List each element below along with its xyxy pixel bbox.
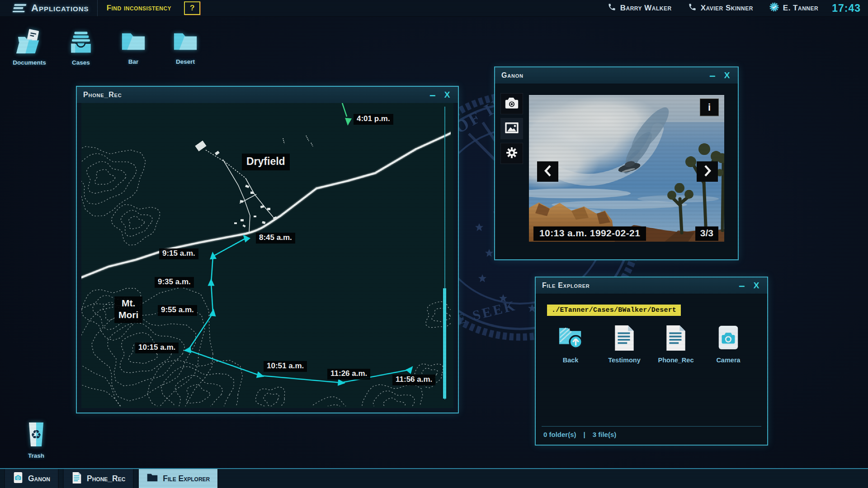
file-item-phone-rec[interactable]: Phone_Rec <box>656 324 695 364</box>
contour-line <box>81 153 137 204</box>
ganon-titlebar[interactable]: Ganon – X <box>495 67 738 84</box>
clock: 17:43 <box>832 2 861 14</box>
contour-line <box>121 210 153 236</box>
taskbar-label: Phone_Rec <box>87 474 125 483</box>
photo-counter: 3/3 <box>695 226 718 241</box>
minimize-button[interactable]: – <box>705 69 720 82</box>
svg-text:♻: ♻ <box>31 427 42 441</box>
desktop-icon-cases[interactable]: Cases <box>60 29 102 66</box>
ganon-window: Ganon – X <box>494 66 739 260</box>
camera-icon <box>504 96 519 112</box>
mountain-label: Mt.Mori <box>114 296 142 323</box>
waypoint-time-label: 11:26 a.m. <box>327 369 370 380</box>
status-bar: 0 folder(s) | 3 file(s) <box>542 426 761 440</box>
contour-line <box>318 405 354 406</box>
desktop-icon-documents[interactable]: Documents <box>9 29 50 66</box>
open-folder-icon <box>15 29 43 57</box>
contour-line <box>383 398 405 406</box>
taskbar-label: File Explorer <box>163 474 210 483</box>
settings-tool-button[interactable] <box>500 143 523 164</box>
folder-icon <box>172 29 198 56</box>
window-title: File Explorer <box>542 282 735 290</box>
phone-rec-titlebar[interactable]: Phone_Rec – X <box>77 87 458 103</box>
minimize-button[interactable]: – <box>735 279 749 292</box>
waypoint-arrow <box>406 364 415 374</box>
taskbar-item-ganon[interactable]: Ganon <box>4 469 59 488</box>
top-menu-bar: Applications Find inconsistency ? Barry … <box>0 0 868 17</box>
menu-icon[interactable] <box>13 4 26 12</box>
file-item-camera[interactable]: Camera <box>709 324 748 364</box>
folder-icon <box>146 472 158 485</box>
applications-menu[interactable]: Applications <box>31 2 89 14</box>
contact-barry-walker[interactable]: Barry Walker <box>608 3 672 14</box>
taskbar-item-phone-rec[interactable]: Phone_Rec <box>63 469 134 488</box>
contact-e-tanner[interactable]: E. Tanner <box>769 2 818 14</box>
next-photo-button[interactable] <box>697 161 718 182</box>
file-label: Back <box>563 357 579 364</box>
camera-tool-button[interactable] <box>500 93 523 114</box>
trash-icon: ♻ <box>26 421 47 450</box>
waypoint-time-label: 4:01 p.m. <box>354 114 393 125</box>
find-inconsistency-button[interactable]: Find inconsistency <box>107 4 171 13</box>
map-scrollbar-thumb[interactable] <box>443 288 446 399</box>
file-explorer-titlebar[interactable]: File Explorer – X <box>536 277 767 294</box>
contour-line <box>186 385 210 403</box>
arrival-track-line <box>342 103 347 117</box>
phone-rec-window: Phone_Rec – X <box>76 86 459 413</box>
info-button[interactable]: i <box>700 99 719 116</box>
chevron-left-icon <box>543 164 553 179</box>
badge-check-icon <box>769 2 779 14</box>
waypoint-time-label: 10:51 a.m. <box>264 361 307 372</box>
contour-line <box>310 397 365 406</box>
minimize-button[interactable]: – <box>425 88 440 102</box>
icon-label: Trash <box>28 452 44 459</box>
waypoint-arrow <box>208 278 215 286</box>
icon-label: Desert <box>176 58 195 65</box>
contour-line <box>264 393 279 406</box>
chevron-right-icon <box>703 164 712 179</box>
document-icon <box>71 472 82 486</box>
file-count: 3 file(s) <box>593 431 617 438</box>
camera-doc-icon <box>13 472 24 486</box>
waypoint-time-label: 11:56 a.m. <box>392 375 435 385</box>
window-title: Phone_Rec <box>83 91 425 99</box>
picture-icon <box>504 122 519 136</box>
map-view[interactable]: 4:01 p.m.8:45 a.m.9:15 a.m.9:35 a.m.9:55… <box>81 103 453 408</box>
close-button[interactable]: X <box>720 67 734 84</box>
phone-icon <box>608 3 616 14</box>
contour-line <box>175 375 223 406</box>
waypoint-time-label: 9:15 a.m. <box>159 249 198 259</box>
desktop-icon-desert[interactable]: Desert <box>165 29 206 65</box>
desktop-screen: OF IN E SEEK Applications Find inconsist… <box>0 0 868 488</box>
folder-count: 0 folder(s) <box>543 431 576 438</box>
contour-line <box>81 307 205 406</box>
file-item-back[interactable]: Back <box>551 324 590 364</box>
document-icon <box>665 324 687 352</box>
waypoint-time-label: 8:45 a.m. <box>256 233 295 244</box>
help-button[interactable]: ? <box>184 1 200 15</box>
file-label: Testimony <box>608 357 640 364</box>
file-label: Camera <box>716 357 740 364</box>
desktop-icon-bar[interactable]: Bar <box>113 29 154 65</box>
close-button[interactable]: X <box>749 277 764 294</box>
gallery-tool-button[interactable] <box>500 118 523 139</box>
waypoint-arrow <box>344 118 352 126</box>
contour-line <box>426 301 451 328</box>
icon-label: Bar <box>128 58 139 65</box>
gear-icon <box>505 145 519 162</box>
contact-xavier-skinner[interactable]: Xavier Skinner <box>688 3 753 14</box>
breadcrumb-path: ./ETanner/Cases/BWalker/Desert <box>547 305 681 316</box>
close-button[interactable]: X <box>440 87 454 103</box>
contour-line <box>147 360 242 406</box>
contour-line <box>373 391 414 406</box>
contour-line <box>95 169 115 184</box>
file-item-testimony[interactable]: Testimony <box>605 324 644 364</box>
previous-photo-button[interactable] <box>537 161 558 182</box>
taskbar-item-file-explorer[interactable]: File Explorer <box>138 469 218 488</box>
trash-icon-item[interactable]: ♻ Trash <box>15 421 57 459</box>
contour-line <box>92 314 196 401</box>
taskbar: Ganon Phone_Rec File Explor <box>0 468 868 488</box>
waypoint-time-label: 9:55 a.m. <box>158 305 197 316</box>
phone-track-layer <box>183 103 415 386</box>
contour-line <box>432 308 451 322</box>
